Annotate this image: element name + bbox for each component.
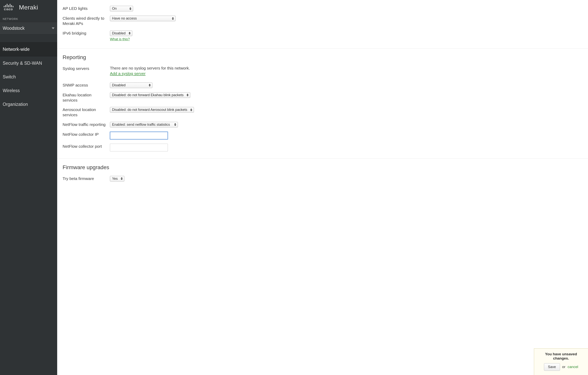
- svg-rect-1: [5, 5, 6, 7]
- toast-or-text: or: [562, 365, 565, 369]
- label-ap-led-lights: AP LED lights: [63, 6, 110, 11]
- sidebar: CISCO Meraki NETWORK Woodstock Network-w…: [0, 0, 57, 375]
- sidebar-item-switch[interactable]: Switch: [0, 70, 57, 84]
- label-beta-firmware: Try beta firmware: [63, 176, 110, 181]
- heading-reporting: Reporting: [63, 49, 583, 63]
- select-arrows-icon: [121, 177, 123, 180]
- select-ap-led-lights-value: On: [112, 7, 117, 11]
- link-add-syslog-server[interactable]: Add a syslog server: [110, 71, 146, 76]
- row-syslog-servers: Syslog servers There are no syslog serve…: [63, 63, 583, 77]
- save-button[interactable]: Save: [544, 363, 560, 371]
- select-clients-wired[interactable]: Have no access: [110, 16, 176, 21]
- sidebar-item-network-wide[interactable]: Network-wide: [0, 42, 57, 56]
- row-beta-firmware: Try beta firmware Yes: [63, 173, 583, 183]
- label-clients-wired: Clients wired directly to Meraki APs: [63, 16, 110, 26]
- row-netflow-reporting: NetFlow traffic reporting Enabled: send …: [63, 119, 583, 129]
- label-syslog-servers: Syslog servers: [63, 66, 110, 71]
- row-netflow-ip: NetFlow collector IP: [63, 129, 583, 141]
- row-ekahau: Ekahau location services Disabled: do no…: [63, 90, 583, 104]
- select-beta-firmware-value: Yes: [112, 177, 118, 181]
- svg-rect-4: [10, 4, 10, 7]
- svg-rect-6: [13, 6, 13, 7]
- heading-firmware: Firmware upgrades: [63, 158, 583, 173]
- row-aeroscout: Aeroscout location services Disabled: do…: [63, 104, 583, 119]
- label-aeroscout: Aeroscout location services: [63, 107, 110, 118]
- label-netflow-ip: NetFlow collector IP: [63, 132, 110, 137]
- select-ipv6-bridging-value: Disabled: [112, 31, 126, 35]
- row-ap-led-lights: AP LED lights On: [63, 3, 583, 13]
- label-ipv6-bridging: IPv6 bridging: [63, 31, 110, 36]
- select-snmp-access-value: Disabled: [112, 83, 126, 87]
- select-ipv6-bridging[interactable]: Disabled: [110, 31, 132, 36]
- input-netflow-port[interactable]: [110, 144, 168, 151]
- label-netflow-port: NetFlow collector port: [63, 144, 110, 149]
- label-ekahau: Ekahau location services: [63, 92, 110, 103]
- link-what-is-this[interactable]: What is this?: [110, 37, 130, 41]
- network-select[interactable]: Woodstock: [0, 22, 57, 35]
- sidebar-item-wireless[interactable]: Wireless: [0, 84, 57, 97]
- sidebar-nav: Network-wide Security & SD-WAN Switch Wi…: [0, 42, 57, 111]
- select-arrows-icon: [129, 7, 131, 10]
- input-netflow-ip[interactable]: [110, 132, 168, 139]
- select-clients-wired-value: Have no access: [112, 16, 137, 21]
- toast-title: You have unsaved changes.: [538, 352, 585, 361]
- select-netflow-reporting[interactable]: Enabled: send netflow traffic statistics: [110, 122, 178, 127]
- row-snmp-access: SNMP access Disabled: [63, 77, 583, 90]
- label-netflow-reporting: NetFlow traffic reporting: [63, 122, 110, 127]
- select-arrows-icon: [172, 17, 174, 20]
- select-netflow-reporting-value: Enabled: send netflow traffic statistics: [112, 123, 170, 127]
- svg-rect-0: [4, 6, 4, 7]
- select-arrows-icon: [190, 109, 192, 111]
- select-arrows-icon: [174, 123, 176, 126]
- network-name: Woodstock: [3, 26, 24, 31]
- row-netflow-port: NetFlow collector port: [63, 141, 583, 153]
- select-arrows-icon: [149, 84, 151, 86]
- select-aeroscout-value: Disabled: do not forward Aeroscout blink…: [112, 108, 187, 112]
- chevron-down-icon: [52, 27, 54, 29]
- svg-rect-5: [11, 5, 12, 7]
- unsaved-changes-toast: You have unsaved changes. Save or cancel: [534, 348, 588, 375]
- svg-rect-3: [8, 5, 9, 7]
- select-aeroscout[interactable]: Disabled: do not forward Aeroscout blink…: [110, 107, 194, 113]
- cancel-link[interactable]: cancel: [567, 365, 578, 369]
- text-syslog-empty: There are no syslog servers for this net…: [110, 66, 583, 71]
- svg-rect-2: [7, 4, 7, 7]
- row-ipv6-bridging: IPv6 bridging Disabled What is this?: [63, 28, 583, 43]
- label-snmp-access: SNMP access: [63, 83, 110, 88]
- select-ap-led-lights[interactable]: On: [110, 6, 133, 11]
- svg-text:CISCO: CISCO: [4, 8, 13, 11]
- select-arrows-icon: [129, 32, 131, 35]
- select-beta-firmware[interactable]: Yes: [110, 176, 124, 181]
- select-ekahau-value: Disabled: do not forward Ekahau blink pa…: [112, 93, 184, 97]
- brand-block: CISCO Meraki: [0, 0, 57, 17]
- brand-product-name: Meraki: [19, 4, 38, 11]
- main-content: AP LED lights On Clients wired directly …: [57, 0, 588, 375]
- select-ekahau[interactable]: Disabled: do not forward Ekahau blink pa…: [110, 92, 190, 98]
- network-label: NETWORK: [0, 17, 57, 22]
- sidebar-item-security-sdwan[interactable]: Security & SD-WAN: [0, 56, 57, 70]
- sidebar-item-organization[interactable]: Organization: [0, 97, 57, 111]
- select-snmp-access[interactable]: Disabled: [110, 83, 152, 88]
- select-arrows-icon: [187, 94, 189, 96]
- cisco-logo-icon: CISCO: [3, 3, 16, 11]
- row-clients-wired: Clients wired directly to Meraki APs Hav…: [63, 13, 583, 28]
